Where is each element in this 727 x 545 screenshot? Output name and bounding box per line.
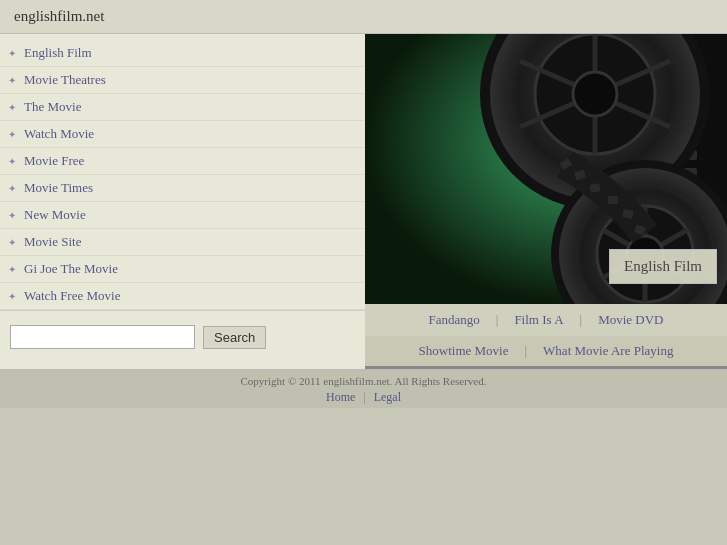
legal-link[interactable]: Legal: [374, 390, 401, 405]
site-title: englishfilm.net: [14, 8, 104, 24]
what-movie-playing-link[interactable]: What Movie Are Playing: [543, 343, 673, 359]
home-link[interactable]: Home: [326, 390, 355, 405]
links-row-2: Showtime Movie | What Movie Are Playing: [365, 336, 727, 366]
sidebar-link-8[interactable]: Gi Joe The Movie: [24, 261, 118, 277]
separator-3: |: [524, 343, 527, 359]
sidebar-link-7[interactable]: Movie Site: [24, 234, 81, 250]
links-row-1: Fandango | Film Is A | Movie DVD: [365, 304, 727, 336]
film-is-a-link[interactable]: Film Is A: [514, 312, 563, 328]
sidebar-item-7[interactable]: ✦Movie Site: [0, 229, 365, 256]
search-area: Search: [0, 310, 365, 363]
fandango-link[interactable]: Fandango: [429, 312, 480, 328]
sidebar-link-1[interactable]: Movie Theatres: [24, 72, 106, 88]
search-input[interactable]: [10, 325, 195, 349]
bullet-icon: ✦: [8, 129, 16, 140]
sidebar-item-1[interactable]: ✦Movie Theatres: [0, 67, 365, 94]
sidebar-link-4[interactable]: Movie Free: [24, 153, 84, 169]
sidebar-link-0[interactable]: English Film: [24, 45, 92, 61]
sidebar-item-9[interactable]: ✦Watch Free Movie: [0, 283, 365, 310]
bullet-icon: ✦: [8, 48, 16, 59]
showtime-movie-link[interactable]: Showtime Movie: [419, 343, 509, 359]
svg-rect-33: [589, 183, 600, 193]
movie-dvd-link[interactable]: Movie DVD: [598, 312, 663, 328]
sidebar: ✦English Film✦Movie Theatres✦The Movie✦W…: [0, 34, 365, 369]
sidebar-item-0[interactable]: ✦English Film: [0, 40, 365, 67]
sidebar-link-3[interactable]: Watch Movie: [24, 126, 94, 142]
sidebar-item-6[interactable]: ✦New Movie: [0, 202, 365, 229]
sidebar-items-container: ✦English Film✦Movie Theatres✦The Movie✦W…: [0, 40, 365, 310]
bullet-icon: ✦: [8, 102, 16, 113]
bullet-icon: ✦: [8, 264, 16, 275]
bullet-icon: ✦: [8, 210, 16, 221]
bullet-icon: ✦: [8, 237, 16, 248]
footer-separator: |: [363, 390, 365, 405]
copyright-text: Copyright © 2011 englishfilm.net. All Ri…: [10, 375, 717, 387]
film-image: English Film: [365, 34, 727, 304]
sidebar-item-2[interactable]: ✦The Movie: [0, 94, 365, 121]
main-container: ✦English Film✦Movie Theatres✦The Movie✦W…: [0, 34, 727, 369]
right-panel: English Film Fandango | Film Is A | Movi…: [365, 34, 727, 369]
separator-2: |: [580, 312, 583, 328]
bullet-icon: ✦: [8, 75, 16, 86]
sidebar-link-5[interactable]: Movie Times: [24, 180, 93, 196]
sidebar-item-3[interactable]: ✦Watch Movie: [0, 121, 365, 148]
sidebar-item-5[interactable]: ✦Movie Times: [0, 175, 365, 202]
footer: Copyright © 2011 englishfilm.net. All Ri…: [0, 369, 727, 408]
sidebar-link-9[interactable]: Watch Free Movie: [24, 288, 120, 304]
separator-1: |: [496, 312, 499, 328]
english-film-badge: English Film: [609, 249, 717, 284]
bullet-icon: ✦: [8, 291, 16, 302]
bullet-icon: ✦: [8, 183, 16, 194]
sidebar-item-4[interactable]: ✦Movie Free: [0, 148, 365, 175]
site-header: englishfilm.net: [0, 0, 727, 34]
sidebar-link-6[interactable]: New Movie: [24, 207, 86, 223]
sidebar-item-8[interactable]: ✦Gi Joe The Movie: [0, 256, 365, 283]
svg-rect-35: [622, 209, 633, 219]
footer-links: Home | Legal: [10, 390, 717, 405]
search-button[interactable]: Search: [203, 326, 266, 349]
sidebar-link-2[interactable]: The Movie: [24, 99, 81, 115]
svg-point-23: [573, 72, 617, 116]
svg-rect-34: [608, 196, 618, 204]
bullet-icon: ✦: [8, 156, 16, 167]
